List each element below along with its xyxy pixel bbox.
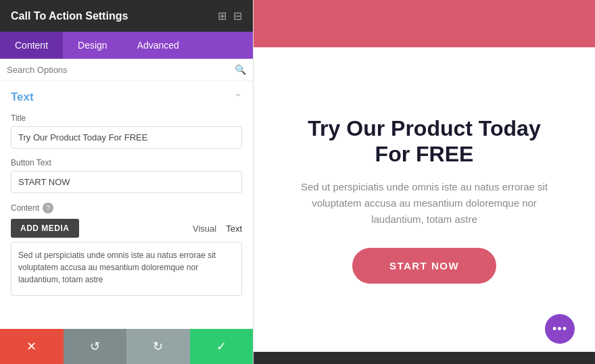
undo-icon: ↺ xyxy=(90,339,100,354)
bottom-bar: ✕ ↺ ↻ ✓ xyxy=(0,329,253,364)
panel-header-icons: ⊞ ⊟ xyxy=(218,9,242,22)
help-icon[interactable]: ? xyxy=(43,203,53,213)
undo-button[interactable]: ↺ xyxy=(64,329,127,364)
content-editor[interactable]: Sed ut perspiciatis unde omnis iste au n… xyxy=(11,242,242,296)
chevron-up-icon[interactable]: ⌃ xyxy=(234,92,242,103)
button-text-label: Button Text xyxy=(11,158,242,167)
save-button[interactable]: ✓ xyxy=(190,329,254,364)
preview-content: Try Our Product Today For FREE Sed ut pe… xyxy=(254,47,595,352)
text-section-header: Text ⌃ xyxy=(11,90,242,104)
save-icon: ✓ xyxy=(216,339,227,354)
preview-body: Sed ut perspiciatis unde omnis iste au n… xyxy=(294,179,554,228)
preview-top-bar xyxy=(254,0,595,47)
sidebar-icon[interactable]: ⊟ xyxy=(233,9,242,22)
text-section-title: Text xyxy=(11,90,34,104)
panel-title: Call To Action Settings xyxy=(11,10,128,22)
editor-toolbar: ADD MEDIA Visual Text xyxy=(11,219,242,238)
redo-icon: ↻ xyxy=(153,339,163,354)
tab-design[interactable]: Design xyxy=(63,32,122,59)
tab-content[interactable]: Content xyxy=(0,32,63,59)
title-field-label: Title xyxy=(11,113,242,123)
cancel-button[interactable]: ✕ xyxy=(0,329,64,364)
settings-panel: Call To Action Settings ⊞ ⊟ Content Desi… xyxy=(0,0,254,364)
content-field-group: Content ? ADD MEDIA Visual Text Sed ut p… xyxy=(11,203,242,296)
preview-panel: Try Our Product Today For FREE Sed ut pe… xyxy=(254,0,595,364)
floating-action-button[interactable]: ••• xyxy=(545,314,575,344)
tabs-row: Content Design Advanced xyxy=(0,32,253,59)
add-media-button[interactable]: ADD MEDIA xyxy=(11,219,79,238)
editor-view-tabs: Visual Text xyxy=(193,224,242,234)
preview-bottom-bar xyxy=(254,352,595,364)
panel-body: Text ⌃ Title Button Text Content ? ADD M… xyxy=(0,81,253,329)
button-text-field-group: Button Text xyxy=(11,158,242,203)
preview-title: Try Our Product Today For FREE xyxy=(294,115,554,167)
redo-button[interactable]: ↻ xyxy=(126,329,190,364)
cancel-icon: ✕ xyxy=(26,339,37,354)
search-icon: 🔍 xyxy=(235,64,246,75)
search-row: 🔍 xyxy=(0,59,253,81)
tab-advanced[interactable]: Advanced xyxy=(122,32,194,59)
content-label-row: Content ? xyxy=(11,203,242,213)
button-text-input[interactable] xyxy=(11,171,242,193)
text-tab[interactable]: Text xyxy=(226,224,242,234)
title-field-input[interactable] xyxy=(11,126,242,149)
search-input[interactable] xyxy=(7,65,235,75)
visual-tab[interactable]: Visual xyxy=(193,224,216,234)
title-field-group: Title xyxy=(11,113,242,158)
content-label: Content xyxy=(11,203,39,213)
expand-icon[interactable]: ⊞ xyxy=(218,9,227,22)
preview-cta-button[interactable]: START NOW xyxy=(352,248,496,284)
panel-header: Call To Action Settings ⊞ ⊟ xyxy=(0,0,253,32)
